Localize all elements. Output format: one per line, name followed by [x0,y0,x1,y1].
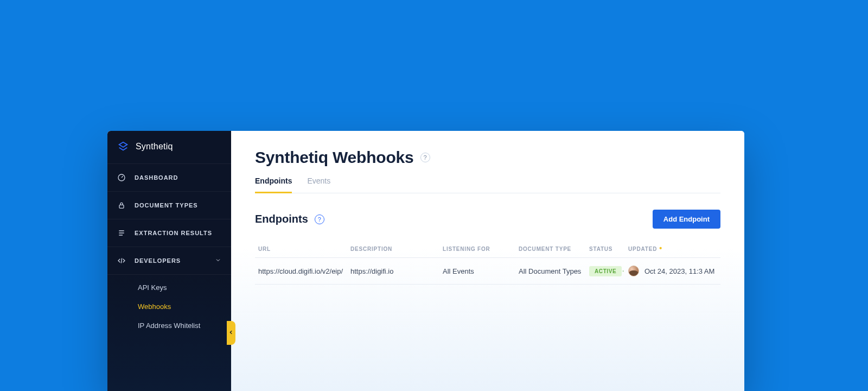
sidebar-collapse-handle[interactable] [227,321,235,345]
app-window: Synthetiq DASHBOARD DOCUMENT TYPES EXTRA… [107,131,744,391]
col-document-type[interactable]: DOCUMENT TYPE [515,241,586,258]
add-endpoint-button[interactable]: Add Endpoint [653,210,720,229]
cell-description: https://digifi.io [347,258,439,285]
status-badge: ACTIVE [589,266,622,276]
cell-listening: All Events [439,258,515,285]
page-title: Synthetiq Webhooks [255,148,414,167]
chevron-down-icon [215,257,221,264]
developers-subnav: API Keys Webhooks IP Address Whitelist [107,275,231,340]
nav-label: DEVELOPERS [135,257,181,264]
nav-extraction-results[interactable]: EXTRACTION RESULTS [107,219,231,247]
page-help-icon[interactable]: ? [420,153,430,162]
col-updated[interactable]: UPDATED• [625,241,720,258]
updated-timestamp: Oct 24, 2023, 11:3 AM [644,267,714,275]
nav-label: DOCUMENT TYPES [135,202,198,209]
cell-updated: Oct 24, 2023, 11:3 AM [625,258,720,285]
col-listening-for[interactable]: LISTENING FOR [439,241,515,258]
nav-label: EXTRACTION RESULTS [135,230,212,236]
subnav-api-keys[interactable]: API Keys [107,278,231,297]
col-status[interactable]: STATUS [586,241,625,258]
table-header-row: URL DESCRIPTION LISTENING FOR DOCUMENT T… [255,241,720,258]
sort-indicator-icon: • [659,244,662,253]
primary-nav: DASHBOARD DOCUMENT TYPES EXTRACTION RESU… [107,164,231,275]
tab-events[interactable]: Events [307,176,330,193]
sidebar: Synthetiq DASHBOARD DOCUMENT TYPES EXTRA… [107,131,231,391]
gauge-icon [117,173,126,182]
subnav-webhooks[interactable]: Webhooks [107,297,231,316]
section-help-icon[interactable]: ? [315,215,324,224]
code-icon [117,256,126,265]
list-icon [117,229,126,237]
nav-label: DASHBOARD [135,174,178,181]
subnav-ip-whitelist[interactable]: IP Address Whitelist [107,316,231,335]
main-content: Synthetiq Webhooks ? Endpoints Events En… [231,131,744,391]
endpoints-table: URL DESCRIPTION LISTENING FOR DOCUMENT T… [255,241,720,285]
brand-logo-icon [117,141,129,153]
lock-icon [117,201,126,210]
col-url[interactable]: URL [255,241,347,258]
cell-status: ACTIVE [586,258,625,285]
col-description[interactable]: DESCRIPTION [347,241,439,258]
avatar [628,266,639,276]
section-title: Endpoints [255,213,308,225]
table-row[interactable]: https://cloud.digifi.io/v2/eip/ https://… [255,258,720,285]
cell-url: https://cloud.digifi.io/v2/eip/ [255,258,347,285]
page-tabs: Endpoints Events [255,176,720,193]
svg-rect-1 [119,205,124,208]
nav-document-types[interactable]: DOCUMENT TYPES [107,192,231,219]
page-header: Synthetiq Webhooks ? [255,148,720,167]
tab-endpoints[interactable]: Endpoints [255,176,292,193]
brand-name: Synthetiq [136,142,173,152]
nav-developers[interactable]: DEVELOPERS [107,247,231,275]
section-header: Endpoints ? Add Endpoint [255,210,720,229]
brand: Synthetiq [107,131,231,164]
cell-doctype: All Document Types [515,258,586,285]
chevron-left-icon [228,329,234,337]
nav-dashboard[interactable]: DASHBOARD [107,164,231,192]
